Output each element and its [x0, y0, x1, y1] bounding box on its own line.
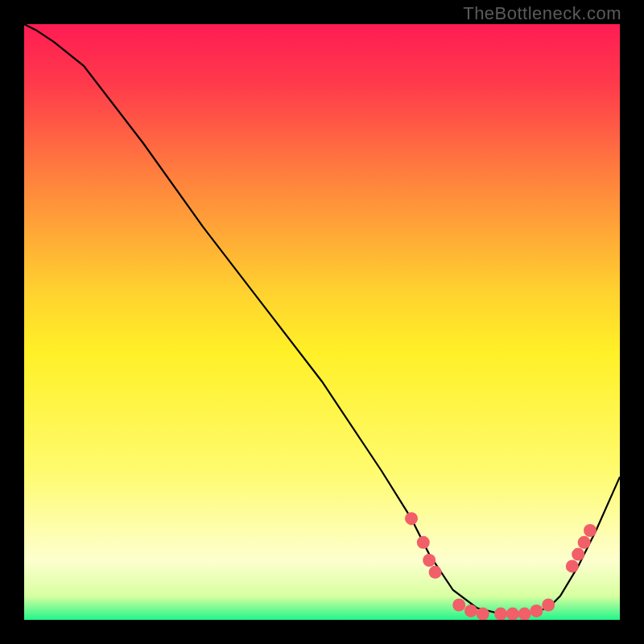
highlight-dot [506, 608, 519, 620]
highlight-dot [518, 608, 531, 620]
highlight-dot [423, 554, 436, 567]
highlight-dot [566, 559, 579, 572]
plot-area [24, 24, 620, 620]
chart-container: TheBottleneck.com [0, 0, 644, 644]
highlight-dot [477, 608, 489, 620]
highlight-dot [405, 512, 418, 525]
highlight-dot [572, 548, 584, 561]
highlight-dot [452, 599, 465, 612]
highlight-dot [494, 608, 507, 620]
highlight-dot [584, 524, 597, 537]
gradient-rect [24, 24, 620, 620]
highlight-dot [578, 536, 591, 549]
highlight-dot [464, 605, 477, 617]
highlight-dot [429, 566, 442, 579]
highlight-dot [530, 605, 543, 617]
watermark-text: TheBottleneck.com [463, 3, 621, 24]
highlight-dot [417, 536, 430, 549]
chart-svg [24, 24, 620, 620]
highlight-dot [542, 599, 555, 612]
